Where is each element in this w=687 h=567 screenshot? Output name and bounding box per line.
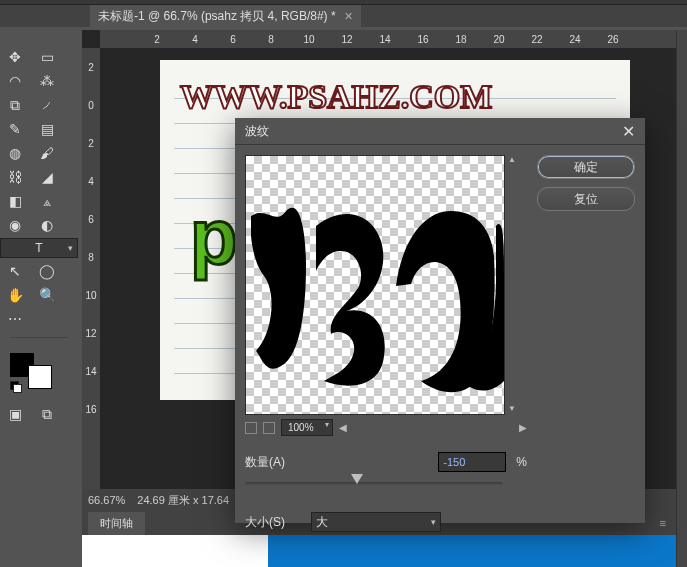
default-colors-icon[interactable]: [10, 381, 20, 391]
gradient-tool-icon[interactable]: ◧: [0, 190, 30, 212]
dialog-title: 波纹: [245, 123, 269, 140]
more-tool-icon[interactable]: ⋯: [0, 308, 30, 330]
reset-button[interactable]: 复位: [537, 187, 635, 211]
color-swatch[interactable]: [10, 353, 68, 393]
lasso-tool-icon[interactable]: ◠: [0, 70, 30, 92]
wand-tool-icon[interactable]: ⁂: [32, 70, 62, 92]
path-tool-icon[interactable]: ↖: [0, 260, 30, 282]
eraser-tool-icon[interactable]: ◢: [32, 166, 62, 188]
status-dimensions: 24.69 厘米 x 17.64: [137, 493, 229, 508]
move-tool-icon[interactable]: ✥: [0, 46, 30, 68]
quickmask-icon[interactable]: ▣: [0, 403, 30, 425]
slice-tool-icon[interactable]: ⟋: [32, 94, 62, 116]
stamp-tool-icon[interactable]: ⛓: [0, 166, 30, 188]
panel-menu-icon[interactable]: ≡: [660, 517, 666, 529]
document-tab[interactable]: 未标题-1 @ 66.7% (psahz 拷贝 4, RGB/8#) * ✕: [90, 5, 361, 27]
close-tab-icon[interactable]: ✕: [344, 10, 353, 23]
status-zoom[interactable]: 66.67%: [88, 494, 125, 506]
shape-tool-icon[interactable]: ◯: [32, 260, 62, 282]
marquee-tool-icon[interactable]: ▭: [32, 46, 62, 68]
ruler-horizontal: 2468101214161820222426: [100, 30, 676, 48]
filter-preview[interactable]: [245, 155, 505, 415]
preview-nav-prev-icon[interactable]: ◀: [339, 422, 347, 433]
timeline-tab[interactable]: 时间轴: [88, 512, 145, 535]
size-select[interactable]: 大: [311, 512, 441, 532]
zoom-tool-icon[interactable]: 🔍: [32, 284, 62, 306]
type-tool-icon[interactable]: T: [0, 238, 78, 258]
preview-scroll-up-icon[interactable]: ▲: [508, 155, 516, 164]
amount-label: 数量(A): [245, 454, 301, 471]
preview-nav-next-icon[interactable]: ▶: [519, 422, 527, 433]
bucket-tool-icon[interactable]: ⟁: [32, 190, 62, 212]
crop-tool-icon[interactable]: ⧉: [0, 94, 30, 116]
hand-tool-icon[interactable]: ✋: [0, 284, 30, 306]
amount-slider[interactable]: [245, 476, 503, 490]
ruler-tool-icon[interactable]: ▤: [32, 118, 62, 140]
toolbox: ✥ ▭ ◠ ⁂ ⧉ ⟋ ✎ ▤ ◍ 🖌 ⛓ ◢ ◧ ⟁ ◉ ◐ T ↖ ◯ ✋: [0, 30, 78, 567]
tab-title: 未标题-1 @ 66.7% (psahz 拷贝 4, RGB/8#) *: [98, 8, 336, 25]
ruler-vertical: 20246810121416: [82, 48, 100, 507]
preview-toggle-1[interactable]: [245, 422, 257, 434]
size-label: 大小(S): [245, 514, 301, 531]
blur-tool-icon[interactable]: ◉: [0, 214, 30, 236]
screenmode-icon[interactable]: ⧉: [32, 403, 62, 425]
preview-toggle-2[interactable]: [263, 422, 275, 434]
brush-tool-icon[interactable]: 🖌: [32, 142, 62, 164]
dialog-close-icon[interactable]: ✕: [622, 122, 635, 141]
preview-zoom-select[interactable]: 100%: [281, 419, 333, 436]
watermark-text: WWW.PSAHZ.COM: [180, 78, 492, 116]
green-letter: p: [190, 192, 238, 283]
healing-tool-icon[interactable]: ◍: [0, 142, 30, 164]
eyedropper-tool-icon[interactable]: ✎: [0, 118, 30, 140]
right-panel-strip[interactable]: [676, 30, 687, 567]
foreground-color-swatch[interactable]: [28, 365, 52, 389]
dodge-tool-icon[interactable]: ◐: [32, 214, 62, 236]
preview-scroll-down-icon[interactable]: ▼: [508, 404, 516, 413]
amount-unit: %: [516, 455, 527, 469]
ripple-dialog: 波纹 ✕ ▲ ▼: [235, 118, 645, 523]
amount-input[interactable]: -150: [438, 452, 506, 472]
ok-button[interactable]: 确定: [537, 155, 635, 179]
